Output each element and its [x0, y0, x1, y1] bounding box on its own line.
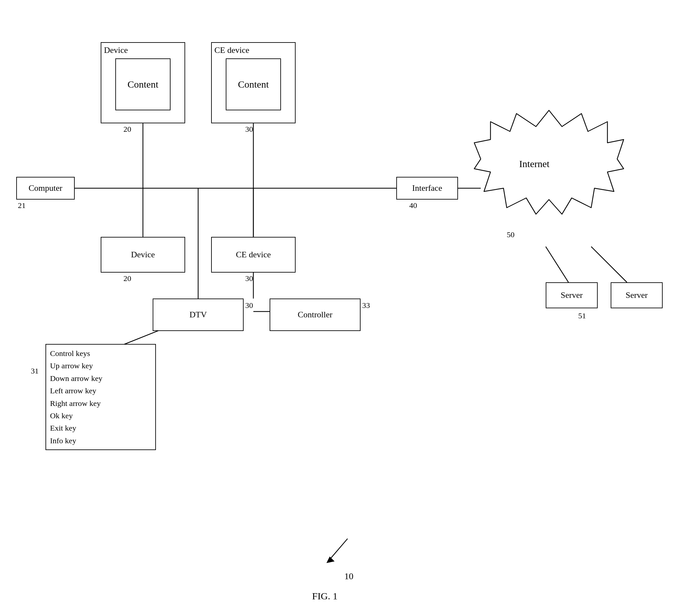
- svg-line-11: [591, 247, 627, 282]
- controller-number: 33: [362, 301, 370, 310]
- device1-content-label: Content: [127, 79, 159, 90]
- figure-number: 10: [344, 571, 353, 582]
- control-key-right: Right arrow key: [50, 397, 151, 409]
- ce-device2-number: 30: [245, 274, 253, 283]
- device2-number: 20: [123, 274, 131, 283]
- device1-label: Device: [102, 45, 128, 55]
- control-key-info: Info key: [50, 434, 151, 447]
- fig-caption: FIG. 1: [292, 590, 357, 602]
- interface-label: Interface: [412, 183, 442, 193]
- controller-box: Controller: [270, 298, 361, 331]
- control-key-up: Up arrow key: [50, 360, 151, 372]
- server1-box: Server: [546, 282, 598, 308]
- control-keys-title: Control keys: [50, 347, 151, 360]
- controller-label: Controller: [298, 310, 333, 320]
- svg-marker-17: [326, 557, 335, 563]
- device2-label: Device: [131, 250, 155, 260]
- server-number: 51: [578, 311, 586, 320]
- device2-box: Device: [101, 237, 185, 273]
- internet-label: Internet: [519, 158, 550, 169]
- internet-number: 50: [507, 231, 514, 239]
- ce-device1-number: 30: [245, 125, 253, 134]
- device1-number: 20: [123, 125, 131, 134]
- control-keys-box: Control keys Up arrow key Down arrow key…: [45, 344, 156, 450]
- ce-device1-content-box: Content: [226, 58, 281, 110]
- computer-label: Computer: [29, 183, 62, 193]
- dtv-label: DTV: [189, 310, 206, 320]
- control-keys-number: 31: [31, 367, 39, 375]
- ce-device2-box: CE device: [211, 237, 296, 273]
- ce-device1-content-label: Content: [238, 79, 269, 90]
- device1-content-box: Content: [115, 58, 171, 110]
- dtv-box: DTV: [153, 298, 244, 331]
- svg-line-10: [546, 247, 568, 282]
- computer-box: Computer: [16, 177, 75, 199]
- interface-box: Interface: [396, 177, 458, 199]
- dtv-number: 30: [245, 301, 253, 310]
- ce-device1-box: CE device Content: [211, 42, 296, 123]
- control-key-ok: Ok key: [50, 409, 151, 422]
- server1-label: Server: [561, 290, 583, 300]
- control-key-down: Down arrow key: [50, 372, 151, 385]
- ce-device2-label: CE device: [236, 250, 271, 260]
- device1-box: Device Content: [101, 42, 185, 123]
- control-key-left: Left arrow key: [50, 385, 151, 397]
- ce-device1-label: CE device: [212, 45, 250, 55]
- server2-label: Server: [625, 290, 648, 300]
- interface-number: 40: [409, 201, 417, 210]
- control-key-exit: Exit key: [50, 422, 151, 434]
- server2-box: Server: [611, 282, 663, 308]
- computer-number: 21: [18, 201, 26, 210]
